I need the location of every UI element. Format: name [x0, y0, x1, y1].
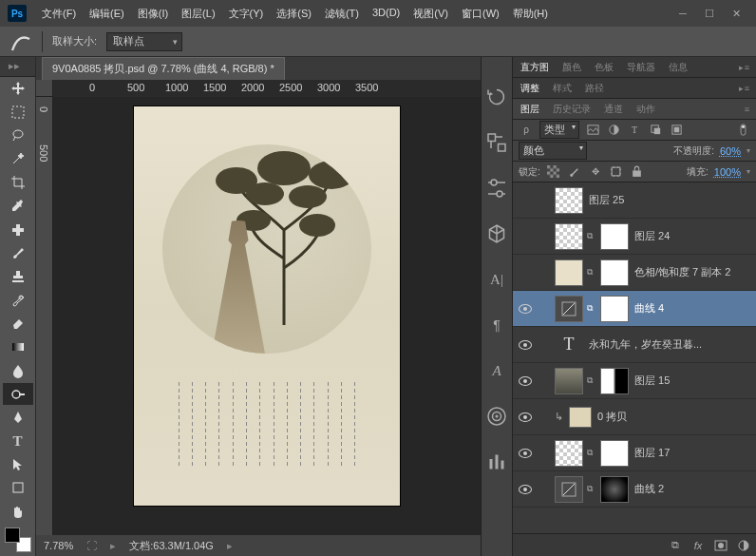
- vertical-ruler[interactable]: 0500: [36, 97, 53, 535]
- blur-tool[interactable]: [3, 360, 33, 382]
- visibility-toggle[interactable]: [517, 340, 534, 350]
- 3d-panel-icon[interactable]: [485, 222, 508, 245]
- menu-image[interactable]: 图像(I): [132, 3, 174, 25]
- layer-name[interactable]: 图层 24: [634, 229, 670, 243]
- menu-file[interactable]: 文件(F): [36, 3, 82, 25]
- layer-mask-icon[interactable]: [714, 539, 728, 552]
- layer-row[interactable]: ⧉曲线 2: [513, 471, 756, 508]
- current-tool-icon[interactable]: [9, 30, 32, 53]
- visibility-toggle[interactable]: [517, 449, 534, 458]
- libraries-panel-icon[interactable]: [485, 405, 508, 428]
- tab-paths[interactable]: 路径: [583, 79, 606, 98]
- layer-thumbnail[interactable]: [600, 223, 629, 250]
- move-tool[interactable]: [3, 78, 33, 100]
- layer-name[interactable]: 0 拷贝: [597, 410, 627, 424]
- layer-name[interactable]: 图层 15: [634, 374, 670, 388]
- menu-filter[interactable]: 滤镜(T): [319, 3, 365, 25]
- layer-name[interactable]: 色相/饱和度 7 副本 2: [634, 265, 730, 279]
- menu-edit[interactable]: 编辑(E): [84, 3, 130, 25]
- eyedropper-tool[interactable]: [3, 195, 33, 217]
- paragraph-panel-icon[interactable]: ¶: [485, 314, 508, 336]
- tab-adjustments[interactable]: 调整: [519, 79, 541, 98]
- lock-artboard-icon[interactable]: [609, 165, 624, 179]
- panel-menu-icon[interactable]: ≡: [745, 105, 750, 114]
- tab-navigator[interactable]: 导航器: [625, 58, 657, 77]
- tab-actions[interactable]: 动作: [634, 100, 657, 119]
- layer-filter-dropdown[interactable]: 类型: [539, 121, 579, 139]
- layer-list[interactable]: 图层 25⧉图层 24⧉色相/饱和度 7 副本 2⧉曲线 4T永和九年，岁在癸丑…: [513, 182, 756, 533]
- wand-tool[interactable]: [3, 148, 33, 170]
- layer-thumbnail[interactable]: [600, 259, 629, 286]
- fill-value[interactable]: 100%: [714, 166, 741, 178]
- visibility-toggle[interactable]: [517, 304, 534, 314]
- tab-info[interactable]: 信息: [667, 58, 690, 77]
- color-swatches[interactable]: [5, 527, 31, 553]
- layer-thumbnail[interactable]: [555, 440, 583, 467]
- layer-thumbnail[interactable]: [555, 368, 583, 394]
- minimize-button[interactable]: ─: [676, 7, 690, 20]
- sample-size-dropdown[interactable]: 取样点: [106, 32, 182, 51]
- type-tool[interactable]: T: [3, 431, 33, 452]
- brushes-panel-icon[interactable]: [485, 451, 508, 473]
- shape-tool[interactable]: [3, 477, 33, 499]
- zoom-level[interactable]: 7.78%: [44, 540, 73, 551]
- filter-smart-icon[interactable]: [669, 124, 684, 137]
- filter-image-icon[interactable]: [585, 124, 600, 137]
- tab-layers[interactable]: 图层: [519, 100, 541, 119]
- lock-position-icon[interactable]: ✥: [588, 165, 603, 179]
- menu-type[interactable]: 文字(Y): [223, 3, 270, 25]
- menu-window[interactable]: 窗口(W): [456, 3, 505, 25]
- crop-tool[interactable]: [3, 172, 33, 194]
- adjustment-layer-icon[interactable]: [737, 539, 750, 552]
- opacity-value[interactable]: 60%: [720, 145, 741, 157]
- layer-fx-icon[interactable]: fx: [691, 539, 705, 552]
- layer-row[interactable]: 图层 25: [513, 182, 756, 219]
- dodge-tool[interactable]: [3, 383, 33, 405]
- layer-thumbnail[interactable]: [600, 476, 629, 503]
- toolbox-handle[interactable]: ▸▸: [0, 60, 28, 72]
- lasso-tool[interactable]: [3, 125, 33, 146]
- menu-help[interactable]: 帮助(H): [507, 3, 554, 25]
- filter-adj-icon[interactable]: [606, 124, 621, 137]
- layer-name[interactable]: 永和九年，岁在癸丑暮...: [589, 337, 702, 352]
- marquee-tool[interactable]: [3, 102, 33, 124]
- eraser-tool[interactable]: [3, 313, 33, 335]
- visibility-toggle[interactable]: [517, 376, 534, 386]
- document-info[interactable]: 文档:63.3M/1.04G: [129, 539, 214, 553]
- tab-styles[interactable]: 样式: [551, 79, 574, 98]
- menu-3d[interactable]: 3D(D): [367, 3, 406, 25]
- layer-thumbnail[interactable]: [555, 223, 583, 250]
- layer-row[interactable]: ⧉图层 24: [513, 219, 756, 255]
- filter-shape-icon[interactable]: [648, 124, 663, 137]
- layer-thumbnail[interactable]: [555, 476, 583, 503]
- menu-layer[interactable]: 图层(L): [176, 3, 220, 25]
- menu-select[interactable]: 选择(S): [271, 3, 317, 25]
- layer-name[interactable]: 曲线 2: [634, 482, 664, 496]
- panel-menu-icon[interactable]: ▸≡: [739, 84, 750, 93]
- properties-panel-icon[interactable]: [485, 131, 508, 154]
- panel-menu-icon[interactable]: ▸≡: [739, 63, 750, 72]
- filter-toggle[interactable]: [735, 124, 750, 137]
- lock-all-icon[interactable]: [630, 165, 645, 179]
- chevron-down-icon[interactable]: ▾: [747, 146, 750, 155]
- hand-tool[interactable]: [3, 501, 33, 523]
- character-panel-icon[interactable]: A|: [485, 268, 508, 291]
- layer-row[interactable]: T永和九年，岁在癸丑暮...: [513, 327, 756, 363]
- history-brush-tool[interactable]: [3, 289, 33, 311]
- layer-thumbnail[interactable]: [600, 440, 629, 467]
- stamp-tool[interactable]: [3, 266, 33, 288]
- canvas[interactable]: [53, 97, 481, 535]
- layer-row[interactable]: ⧉图层 15: [513, 363, 756, 399]
- visibility-toggle[interactable]: [517, 485, 534, 494]
- layer-name[interactable]: 曲线 4: [634, 301, 664, 316]
- tab-histogram[interactable]: 直方图: [519, 58, 551, 77]
- brush-tool[interactable]: [3, 242, 33, 264]
- pen-tool[interactable]: [3, 407, 33, 429]
- tab-channels[interactable]: 通道: [602, 100, 625, 119]
- layer-name[interactable]: 图层 25: [589, 193, 624, 207]
- lock-brush-icon[interactable]: [567, 165, 582, 179]
- layer-thumbnail[interactable]: [600, 368, 629, 394]
- expand-icon[interactable]: ⛶: [86, 540, 97, 551]
- chevron-down-icon[interactable]: ▾: [747, 167, 750, 176]
- heal-tool[interactable]: [3, 219, 33, 240]
